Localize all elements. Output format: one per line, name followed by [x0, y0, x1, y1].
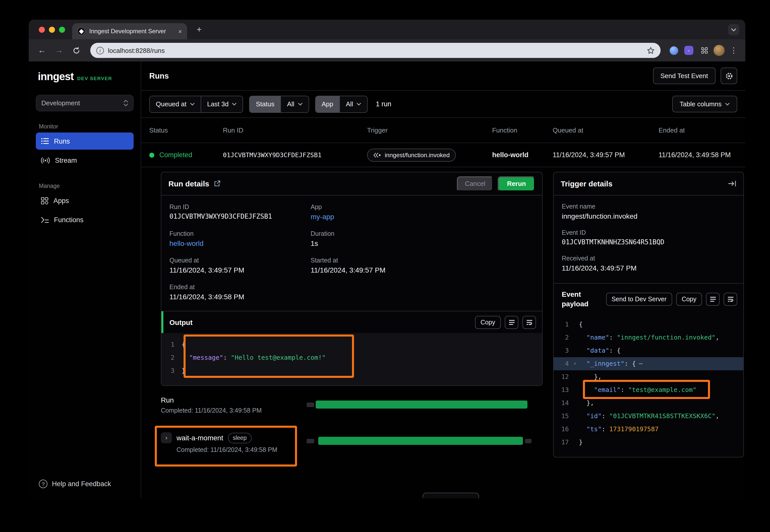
- run-duration-bar[interactable]: [316, 401, 527, 409]
- page-header: Runs Send Test Event: [141, 61, 745, 91]
- forward-button[interactable]: →: [52, 43, 66, 57]
- browser-window: Inngest Development Server × + ← → i loc…: [29, 20, 745, 498]
- browser-tab[interactable]: Inngest Development Server ×: [72, 23, 187, 39]
- event-payload-code[interactable]: 1{ 2"name": "inngest/function.invoked", …: [554, 315, 743, 457]
- tab-list-chevron-icon[interactable]: [728, 24, 739, 35]
- output-copy-button[interactable]: Copy: [475, 316, 501, 329]
- send-to-dev-server-button[interactable]: Send to Dev Server: [606, 293, 672, 306]
- apps-icon: [41, 197, 48, 204]
- time-filter-group: Queued at Last 3d: [149, 95, 243, 113]
- back-button[interactable]: ←: [35, 43, 49, 57]
- table-columns-button[interactable]: Table columns: [672, 96, 737, 112]
- trigger-pill[interactable]: inngest/function.invoked: [367, 148, 456, 161]
- payload-wrap-button[interactable]: [724, 293, 737, 306]
- partial-expand-button[interactable]: [423, 493, 479, 498]
- detail-queued-at: 11/16/2024, 3:49:57 PM: [169, 266, 311, 274]
- code-token: },: [579, 396, 594, 410]
- line-number: 13: [554, 383, 571, 396]
- page-title: Runs: [149, 71, 169, 80]
- code-token: :: [621, 386, 628, 393]
- external-link-icon[interactable]: [214, 180, 221, 187]
- line-number: 15: [554, 410, 571, 423]
- code-key: "data": [587, 347, 609, 354]
- status-filter-value[interactable]: All: [280, 96, 308, 112]
- runs-icon: [41, 138, 49, 145]
- timeline-run-bar-area: [305, 396, 542, 417]
- collapse-chevron-icon[interactable]: ›: [571, 357, 579, 370]
- app-filter-value[interactable]: All: [339, 96, 367, 112]
- site-info-icon[interactable]: i: [96, 47, 104, 54]
- profile-avatar[interactable]: [713, 44, 725, 56]
- minimize-window-button[interactable]: [49, 26, 55, 32]
- reload-button[interactable]: [69, 43, 83, 57]
- close-window-button[interactable]: [39, 26, 45, 32]
- collapsed-inngest-row[interactable]: 4›"_inngest": {⋯: [554, 357, 743, 370]
- step-expand-button[interactable]: ›: [161, 432, 172, 443]
- line-number: 14: [554, 396, 571, 410]
- code-key: "ts": [587, 425, 602, 433]
- rerun-button[interactable]: Rerun: [498, 176, 535, 191]
- time-range-filter[interactable]: Last 3d: [201, 96, 243, 112]
- output-accent-bar: [161, 311, 163, 333]
- field-label: Queued at: [169, 257, 311, 264]
- filter-bar: Queued at Last 3d Status All: [141, 91, 745, 118]
- col-function: Function: [492, 126, 553, 134]
- code-token: {: [579, 318, 583, 331]
- settings-gear-button[interactable]: [721, 68, 737, 84]
- detail-app-link[interactable]: my-app: [311, 213, 534, 221]
- step-duration-bar[interactable]: [318, 437, 523, 445]
- sidebar-item-label: Runs: [54, 137, 70, 145]
- row-ended-at: 11/16/2024, 3:49:58 PM: [659, 151, 737, 159]
- line-number: 16: [554, 423, 571, 436]
- bookmark-star-icon[interactable]: [647, 47, 655, 54]
- field-label: Function: [169, 230, 311, 237]
- status-filter-selected: All: [287, 100, 294, 108]
- browser-menu-icon[interactable]: ⋮: [728, 46, 739, 55]
- wrap-text-icon: [526, 320, 532, 325]
- collapsed-ellipsis[interactable]: ⋯: [639, 360, 643, 367]
- send-test-event-button[interactable]: Send Test Event: [653, 68, 716, 84]
- payload-copy-button[interactable]: Copy: [676, 293, 702, 306]
- run-timeline: Run Completed: 11/16/2024, 3:49:58 PM: [161, 396, 542, 453]
- detail-function-link[interactable]: hello-world: [169, 239, 311, 247]
- address-bar[interactable]: i localhost:8288/runs: [90, 43, 661, 58]
- field-label: App: [311, 204, 534, 211]
- dev-server-badge: DEV SERVER: [77, 76, 112, 81]
- code-token: :: [602, 412, 609, 420]
- chevron-down-icon: [298, 103, 302, 106]
- tab-close-icon[interactable]: ×: [178, 28, 182, 35]
- cancel-button[interactable]: Cancel: [457, 176, 493, 191]
- collapse-panel-icon[interactable]: [728, 180, 736, 187]
- output-code-block[interactable]: 1{ 2"message": "Hello test@example.com!"…: [161, 333, 542, 385]
- inngest-app: inngest DEV SERVER Development Monitor R…: [29, 61, 745, 498]
- extension-purple-icon[interactable]: ◦: [683, 44, 695, 56]
- received-at: 11/16/2024, 3:49:57 PM: [562, 264, 735, 272]
- environment-selector-value: Development: [41, 99, 80, 107]
- browser-toolbar: ← → i localhost:8288/runs ◦ ⋮: [29, 39, 745, 61]
- line-number: 1: [554, 318, 571, 331]
- queued-at-filter-label: Queued at: [156, 100, 186, 108]
- sidebar-item-apps[interactable]: Apps: [36, 192, 134, 209]
- trigger-name: inngest/function.invoked: [385, 151, 450, 158]
- code-string: "Hello test@example.com!": [231, 354, 326, 361]
- sidebar-item-label: Stream: [55, 156, 77, 164]
- environment-selector[interactable]: Development: [36, 95, 134, 111]
- zoom-window-button[interactable]: [59, 26, 65, 32]
- queued-at-filter[interactable]: Queued at: [150, 96, 201, 112]
- code-string: "inngest/function.invoked": [617, 334, 715, 341]
- output-format-button[interactable]: [505, 316, 518, 329]
- code-key: "_inngest": [587, 360, 625, 367]
- functions-icon: [41, 216, 49, 223]
- help-and-feedback[interactable]: ? Help and Feedback: [36, 477, 134, 491]
- run-table-row[interactable]: Completed 01JCVBTMV3WXY9D3CFDEJFZSB1 inn…: [141, 143, 745, 167]
- event-payload-title: Event payload: [562, 290, 591, 309]
- sidebar-item-stream[interactable]: Stream: [36, 152, 134, 169]
- sidebar-item-runs[interactable]: Runs: [36, 132, 134, 150]
- payload-format-button[interactable]: [706, 293, 720, 306]
- extensions-puzzle-icon[interactable]: [698, 44, 710, 56]
- new-tab-button[interactable]: +: [193, 23, 205, 36]
- code-key: "name": [587, 334, 609, 341]
- sidebar-item-functions[interactable]: Functions: [36, 211, 134, 228]
- extension-blue-icon[interactable]: [668, 44, 680, 56]
- output-wrap-button[interactable]: [522, 316, 536, 329]
